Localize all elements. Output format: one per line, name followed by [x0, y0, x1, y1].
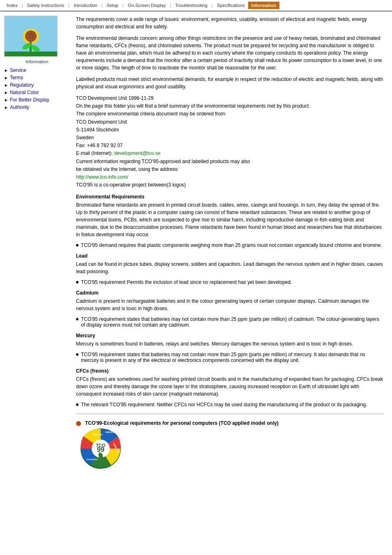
sidebar: Information ► Service ► Terms ► Regulato… [4, 16, 70, 469]
tco-internet-line2: be obtained via the Internet, using the … [76, 166, 179, 172]
tco-order: The complere environmental criteria docu… [76, 111, 226, 117]
section-divider [76, 414, 384, 414]
sidebar-link-regulatory[interactable]: Regulatory [10, 82, 34, 88]
arrow-icon: ► [4, 76, 8, 80]
env-para1: Brominated flame retardants are present … [76, 201, 384, 238]
nav-safety[interactable]: Safety Instructions [24, 2, 68, 9]
tco-name: TCO Development Unit [76, 119, 127, 125]
tco-url-link[interactable]: http://www.tco-info.com/ [76, 174, 128, 180]
para-1: The requirements cover a wide range of i… [76, 16, 384, 30]
tco99-logo-container: TCO 99 ECOLOGY ENERGY EMISSIONS ERGONOMI… [80, 428, 384, 469]
tco-address-block: TCO Development Unit 1996-11-29 On the p… [76, 94, 384, 189]
mercury-heading: Mercury [76, 333, 384, 339]
mercury-para1: Mercury is sometimes found in batteries,… [76, 340, 384, 348]
navbar: Index | Safety Instructions | Introducti… [0, 0, 392, 12]
bullet-dot-icon [76, 403, 78, 406]
bullet-dot-icon [76, 281, 78, 283]
nav-setup[interactable]: Setup [103, 2, 122, 9]
tco-fax: Fax: +46 8 782 92 07 [76, 143, 123, 148]
bullet-dot-icon [76, 353, 78, 356]
tco99-label: TCO'99-Ecological requirements for perso… [85, 420, 279, 426]
arrow-icon: ► [4, 68, 8, 73]
tco-summary: On the page this folder you will find a … [76, 103, 310, 109]
svg-text:ERGONOMICS: ERGONOMICS [86, 458, 98, 461]
svg-text:ECOLOGY: ECOLOGY [92, 433, 103, 436]
nav-sep-1: | [21, 3, 24, 8]
cadmium-bullet-1: TCO'95 requirement states that batteries… [76, 316, 384, 328]
svg-text:ENERGY: ENERGY [106, 431, 115, 433]
sidebar-item-service[interactable]: ► Service [4, 67, 70, 73]
sidebar-link-authority[interactable]: Authority [10, 104, 29, 110]
svg-point-13 [29, 37, 31, 39]
svg-point-12 [32, 37, 33, 38]
env-bullet-1: TCO'95 demand requires that plastic comp… [76, 242, 384, 248]
sidebar-info-label: Information [4, 59, 70, 64]
nav-introduction[interactable]: Introduction [70, 2, 100, 9]
main-container: Information ► Service ► Terms ► Regulato… [0, 12, 392, 473]
sidebar-link-for-better-display[interactable]: For Better Display [10, 97, 49, 103]
sidebar-item-for-better-display[interactable]: ► For Better Display [4, 97, 70, 103]
tco-unit: TCO Development Unit 1996-11-29 [76, 95, 154, 101]
nav-information[interactable]: Information [248, 2, 280, 9]
tco-internet-text: Current information regarding TCO'95-app… [76, 159, 250, 164]
svg-point-9 [28, 34, 30, 35]
para-2: The environmental demands concern among … [76, 35, 384, 71]
tco-address2: Sweden [76, 135, 94, 140]
bullet-dot-icon [76, 244, 78, 246]
sidebar-link-terms[interactable]: Terms [10, 75, 23, 81]
nav-troubleshooting[interactable]: Troubleshooting [172, 2, 210, 9]
mercury-bullet-1-text: TCO'95 requirement states that batteries… [81, 352, 384, 363]
arrow-icon: ► [4, 98, 8, 102]
arrow-icon: ► [4, 83, 8, 88]
nav-sep-5: | [169, 3, 172, 8]
cfcs-para1: CFCs (freons) are sometimes used for was… [76, 375, 384, 398]
tco-address1: S-11494 Stockholm [76, 127, 119, 133]
nav-sep-4: | [122, 3, 125, 8]
arrow-icon: ► [4, 105, 8, 110]
cfcs-bullet-1-text: The relevant TCO'95 requirement: Neither… [81, 402, 367, 408]
nav-osd[interactable]: On-Screen Display [125, 2, 169, 9]
tco99-logo: TCO 99 ECOLOGY ENERGY EMISSIONS ERGONOMI… [80, 428, 121, 469]
sidebar-item-regulatory[interactable]: ► Regulatory [4, 82, 70, 88]
arrow-icon: ► [4, 90, 8, 95]
content-area: The requirements cover a wide range of i… [70, 16, 388, 469]
tco-email-prefix: E-mail (Internet): [76, 150, 114, 156]
cadmium-para1: Cadmium is present in rechargeable batte… [76, 297, 384, 312]
svg-text:99: 99 [97, 446, 104, 453]
nav-sep-2: | [67, 3, 70, 8]
nav-sep-3: | [101, 3, 104, 8]
svg-point-11 [32, 34, 34, 36]
cadmium-heading: Cadmium [76, 290, 384, 296]
lead-heading: Lead [76, 253, 384, 259]
lead-bullet-1: TCO'95 requirement Permits the inclusion… [76, 279, 384, 285]
cadmium-bullet-1-text: TCO'95 requirement states that batteries… [81, 316, 384, 328]
sidebar-item-natural-color[interactable]: ► Natural Color [4, 90, 70, 95]
tco-email-link[interactable]: development@tco.se [114, 150, 161, 156]
tco-cooperative: TCO'95 is a co-operative project between… [76, 182, 186, 188]
svg-point-10 [30, 33, 32, 35]
env-bullet-1-text: TCO'95 demand requires that plastic comp… [81, 242, 382, 248]
mercury-bullet-1: TCO'95 requirement states that batteries… [76, 352, 384, 363]
sidebar-item-terms[interactable]: ► Terms [4, 75, 70, 81]
tco99-section: TCO'99-Ecological requirements for perso… [76, 420, 384, 426]
svg-point-8 [26, 31, 36, 41]
sidebar-image [4, 16, 58, 57]
nav-specifications[interactable]: Specifications [214, 2, 248, 9]
sidebar-item-authority[interactable]: ► Authority [4, 104, 70, 110]
sidebar-link-service[interactable]: Service [10, 67, 26, 73]
bullet-dot-icon [76, 318, 78, 320]
cfcs-heading: CFCs (freons) [76, 368, 384, 374]
lead-bullet-1-text: TCO'95 requirement Permits the inclusion… [81, 279, 292, 285]
lead-para1: Lead can be found in picture tubes, disp… [76, 260, 384, 275]
sidebar-link-natural-color[interactable]: Natural Color [10, 90, 39, 95]
tco99-bullet-icon [76, 421, 81, 426]
nav-index[interactable]: Index [3, 2, 21, 9]
svg-rect-17 [5, 51, 57, 56]
env-heading: Environmental Requirements [76, 194, 384, 200]
cfcs-bullet-1: The relevant TCO'95 requirement: Neither… [76, 402, 384, 408]
para-3: Labelled products must meet strict envir… [76, 76, 384, 90]
nav-sep-6: | [211, 3, 214, 8]
